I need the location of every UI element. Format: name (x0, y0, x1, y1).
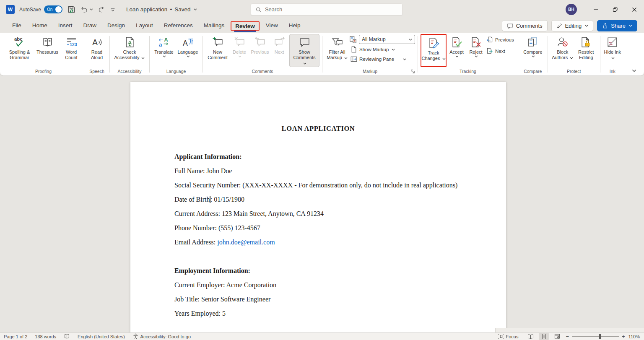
new-comment-button[interactable]: New Comment (205, 34, 230, 60)
group-label-markup: Markup (363, 67, 377, 75)
web-layout-button[interactable] (552, 333, 562, 340)
language-button[interactable]: Language (176, 34, 200, 57)
delete-comment-button[interactable]: Delete (230, 34, 249, 57)
empty-paragraph[interactable] (174, 252, 462, 261)
check-accessibility-button[interactable]: Check Accessibility (112, 34, 147, 60)
block-authors-icon (557, 36, 568, 49)
group-proofing: Spelling & Grammar Thesaurus Word Count … (4, 34, 83, 75)
job-title-line[interactable]: Job Title: Senior Software Engineer (174, 294, 462, 304)
display-for-review-icon (349, 36, 357, 43)
full-name-line[interactable]: Full Name: John Doe (174, 166, 462, 176)
chevron-down-icon (409, 39, 412, 41)
translate-button[interactable]: Translate (152, 34, 176, 57)
zoom-out-button[interactable]: − (566, 333, 569, 340)
page-indicator[interactable]: Page 1 of 2 (0, 334, 31, 339)
spelling-grammar-button[interactable]: Spelling & Grammar (5, 34, 34, 60)
group-markup: Filter All Markup All Markup Sh (324, 34, 416, 75)
quick-access-overflow-button[interactable] (110, 7, 116, 12)
accessibility-status[interactable]: Accessibility: Good to go (129, 333, 195, 340)
email-hyperlink[interactable]: john.doe@email.com (217, 239, 275, 246)
years-employed-line[interactable]: Years Employed: 5 (174, 309, 462, 318)
hide-ink-button[interactable]: Hide Ink (603, 34, 622, 60)
chevron-down-icon (532, 55, 535, 57)
share-button-label: Share (611, 23, 626, 29)
previous-change-label: Previous (495, 37, 514, 42)
restore-button[interactable] (605, 0, 625, 19)
collapse-ribbon-button[interactable] (632, 69, 636, 72)
user-avatar[interactable]: BH (566, 4, 577, 15)
search-box[interactable] (251, 3, 402, 16)
employer-line[interactable]: Current Employer: Acme Corporation (174, 280, 462, 290)
ssn-line[interactable]: Social Security Number: (XXX-XX-XXXX - F… (174, 180, 462, 190)
tab-draw[interactable]: Draw (78, 20, 102, 32)
employment-info-heading[interactable]: Employment Information: (174, 266, 462, 275)
tab-review[interactable]: Review (231, 21, 259, 32)
zoom-level[interactable]: 110% (628, 334, 640, 339)
language-indicator[interactable]: English (United States) (74, 334, 129, 339)
next-change-button[interactable]: Next (485, 47, 515, 55)
tab-view[interactable]: View (260, 20, 283, 32)
horizontal-scrollbar[interactable] (495, 328, 644, 332)
show-markup-button[interactable]: Show Markup (349, 45, 415, 54)
thesaurus-button[interactable]: Thesaurus (34, 34, 61, 55)
filter-all-markup-button[interactable]: Filter All Markup (325, 34, 349, 60)
read-mode-icon (527, 333, 534, 340)
share-button[interactable]: Share (597, 20, 637, 31)
comments-button[interactable]: Comments (502, 20, 548, 31)
search-input[interactable] (265, 6, 398, 13)
close-button[interactable] (625, 0, 644, 19)
minimize-button[interactable] (586, 0, 605, 19)
title-bar: W AutoSave On Loan application • Saved (0, 0, 644, 19)
check-accessibility-label: Check Accessibility (114, 49, 140, 60)
redo-button[interactable] (98, 6, 105, 13)
chevron-down-icon (187, 55, 190, 57)
reviewing-pane-button[interactable]: Reviewing Pane (349, 55, 415, 63)
tab-references[interactable]: References (158, 20, 198, 32)
zoom-slider[interactable] (572, 334, 619, 340)
compare-button[interactable]: Compare (521, 34, 545, 57)
print-layout-button[interactable] (539, 333, 549, 340)
document-page[interactable]: LOAN APPLICATION Applicant Information: … (130, 82, 506, 332)
read-aloud-button[interactable]: Read Aloud (87, 34, 107, 60)
accept-button[interactable]: Accept (447, 34, 467, 57)
tab-help[interactable]: Help (283, 20, 306, 32)
proofing-status-button[interactable] (60, 333, 74, 340)
group-tracking: Track Changes Accept Reject (419, 34, 517, 75)
word-logo-icon[interactable]: W (6, 5, 15, 14)
save-button[interactable] (67, 5, 76, 14)
track-changes-button[interactable]: Track Changes (421, 35, 446, 66)
applicant-info-heading[interactable]: Applicant Information: (174, 152, 462, 161)
tab-home[interactable]: Home (27, 20, 53, 32)
undo-button[interactable] (80, 6, 93, 13)
tab-insert[interactable]: Insert (53, 20, 78, 32)
read-mode-button[interactable] (525, 333, 535, 340)
group-divider (548, 36, 548, 73)
zoom-slider-handle[interactable] (599, 334, 601, 339)
tab-layout[interactable]: Layout (130, 20, 158, 32)
zoom-in-button[interactable]: + (622, 333, 625, 340)
document-heading[interactable]: LOAN APPLICATION (174, 124, 462, 133)
focus-mode-button[interactable]: Focus (494, 333, 522, 340)
email-line[interactable]: Email Address: john.doe@email.com (174, 237, 462, 247)
document-title-area[interactable]: Loan application • Saved (126, 6, 197, 13)
markup-view-select[interactable]: All Markup (359, 35, 415, 44)
next-comment-button[interactable]: Next (271, 34, 288, 55)
word-count-button[interactable]: Word Count (61, 34, 81, 60)
markup-dialog-launcher[interactable] (410, 69, 415, 74)
autosave-toggle[interactable]: On (44, 5, 62, 13)
track-changes-icon (428, 36, 439, 49)
tab-design[interactable]: Design (102, 20, 130, 32)
tab-file[interactable]: File (7, 20, 27, 32)
restrict-editing-button[interactable]: Restrict Editing (575, 34, 597, 60)
phone-line[interactable]: Phone Number: (555) 123-4567 (174, 223, 462, 233)
show-comments-button[interactable]: Show Comments (289, 34, 319, 67)
address-line[interactable]: Current Address: 123 Main Street, Anytow… (174, 209, 462, 218)
word-count-indicator[interactable]: 138 words (31, 334, 60, 339)
dob-line[interactable]: Date of Birth: 01/15/1980 (174, 195, 462, 204)
editing-mode-button[interactable]: Editing (551, 20, 594, 31)
block-authors-button[interactable]: Block Authors (551, 34, 575, 60)
tab-mailings[interactable]: Mailings (198, 20, 230, 32)
reject-button[interactable]: Reject (467, 34, 485, 57)
previous-comment-button[interactable]: Previous (249, 34, 271, 55)
previous-change-button[interactable]: Previous (485, 36, 515, 44)
